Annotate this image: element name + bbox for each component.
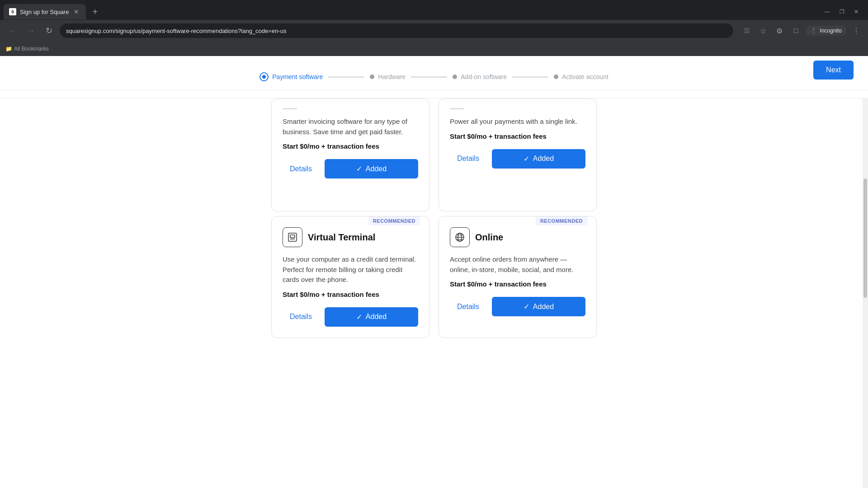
incognito-label: Incognito bbox=[820, 28, 842, 34]
top-card-right-actions: Details ✓ Added bbox=[450, 149, 585, 169]
card-top-indicator-right bbox=[450, 108, 464, 109]
progress-bar: Payment software Hardware Add-on softwar… bbox=[0, 63, 868, 91]
progress-section: Payment software Hardware Add-on softwar… bbox=[0, 56, 868, 99]
virtual-terminal-added-button[interactable]: ✓ Added bbox=[325, 307, 418, 327]
incognito-badge: 🕴 Incognito bbox=[806, 26, 846, 36]
top-card-left-details-button[interactable]: Details bbox=[283, 160, 319, 178]
step4-circle bbox=[554, 75, 558, 79]
favicon-icon: S bbox=[11, 9, 14, 14]
step4-label: Activate account bbox=[562, 73, 609, 80]
scrollbar-thumb[interactable] bbox=[863, 178, 867, 298]
tab-bar: S Sign up for Square ✕ + — ❐ ✕ bbox=[0, 0, 868, 20]
step-line-3 bbox=[512, 77, 548, 77]
address-text: squaresignup.com/signup/us/payment-softw… bbox=[66, 28, 727, 34]
step1-dot bbox=[262, 75, 266, 79]
svg-rect-0 bbox=[288, 233, 297, 241]
step-line-2 bbox=[411, 77, 447, 77]
top-card-left-added-label: Added bbox=[366, 165, 387, 173]
address-bar[interactable]: squaresignup.com/signup/us/payment-softw… bbox=[60, 23, 733, 38]
online-price: Start $0/mo + transaction fees bbox=[450, 280, 585, 288]
vertical-scrollbar[interactable] bbox=[863, 99, 868, 488]
content-area: Smarter invoicing software for any type … bbox=[0, 99, 868, 488]
window-controls: — ❐ ✕ bbox=[821, 5, 868, 18]
top-cards: Smarter invoicing software for any type … bbox=[262, 99, 606, 211]
top-card-right-details-button[interactable]: Details bbox=[450, 150, 486, 167]
online-details-button[interactable]: Details bbox=[450, 298, 486, 315]
cards-container: RECOMMENDED Virtual Terminal Use your co… bbox=[262, 211, 606, 347]
menu-button[interactable]: ⋮ bbox=[850, 24, 863, 37]
tab-close-button[interactable]: ✕ bbox=[72, 8, 80, 16]
bookmark-icon[interactable]: ☆ bbox=[757, 24, 769, 37]
progress-step-4: Activate account bbox=[554, 73, 609, 80]
maximize-button[interactable]: ❐ bbox=[835, 5, 848, 18]
checkmark-icon-top-left: ✓ bbox=[356, 164, 362, 173]
svg-rect-1 bbox=[290, 235, 295, 238]
online-description: Accept online orders from anywhere — onl… bbox=[450, 254, 585, 275]
online-added-button[interactable]: ✓ Added bbox=[492, 297, 585, 316]
browser-chrome: S Sign up for Square ✕ + — ❐ ✕ ← → ↻ squ… bbox=[0, 0, 868, 56]
tab-group: S Sign up for Square ✕ + bbox=[4, 4, 101, 19]
step3-label: Add-on software bbox=[461, 73, 507, 80]
progress-step-2: Hardware bbox=[370, 73, 406, 80]
profile-icon[interactable]: □ bbox=[789, 24, 802, 37]
step1-label: Payment software bbox=[272, 73, 323, 80]
bookmarks-label: All Bookmarks bbox=[14, 46, 49, 52]
step3-circle bbox=[453, 75, 457, 79]
close-window-button[interactable]: ✕ bbox=[850, 5, 863, 18]
tab-favicon: S bbox=[9, 8, 16, 15]
checkmark-icon-online: ✓ bbox=[524, 302, 529, 311]
incognito-icon: 🕴 bbox=[810, 28, 817, 34]
next-button[interactable]: Next bbox=[813, 61, 854, 80]
online-card-header: Online bbox=[450, 227, 585, 247]
extension-icon[interactable]: ⚙ bbox=[773, 24, 786, 37]
virtual-terminal-actions: Details ✓ Added bbox=[283, 307, 418, 327]
eye-off-icon[interactable]: 👁̸ bbox=[741, 24, 753, 37]
virtual-terminal-recommended-badge: RECOMMENDED bbox=[368, 216, 420, 225]
checkmark-icon-top-right: ✓ bbox=[524, 155, 529, 163]
forward-button[interactable]: → bbox=[24, 23, 38, 38]
checkmark-icon-vt: ✓ bbox=[356, 313, 362, 321]
top-card-left-added-button[interactable]: ✓ Added bbox=[325, 159, 418, 178]
online-card: RECOMMENDED Online Accept online orders … bbox=[439, 216, 597, 338]
online-recommended-badge: RECOMMENDED bbox=[536, 216, 587, 225]
toolbar-icons: 👁̸ ☆ ⚙ □ 🕴 Incognito ⋮ bbox=[741, 24, 863, 37]
virtual-terminal-price: Start $0/mo + transaction fees bbox=[283, 291, 418, 298]
tab-title: Sign up for Square bbox=[20, 9, 69, 15]
virtual-terminal-card: RECOMMENDED Virtual Terminal Use your co… bbox=[271, 216, 429, 338]
active-tab[interactable]: S Sign up for Square ✕ bbox=[4, 4, 86, 19]
all-bookmarks-button[interactable]: 📁 All Bookmarks bbox=[5, 46, 49, 52]
virtual-terminal-title: Virtual Terminal bbox=[308, 232, 375, 243]
online-icon bbox=[450, 227, 470, 247]
top-card-left: Smarter invoicing software for any type … bbox=[271, 99, 429, 211]
progress-step-1: Payment software bbox=[259, 72, 323, 81]
online-added-label: Added bbox=[533, 303, 554, 311]
progress-step-3: Add-on software bbox=[453, 73, 507, 80]
folder-icon: 📁 bbox=[5, 46, 12, 52]
virtual-terminal-details-button[interactable]: Details bbox=[283, 308, 319, 325]
online-actions: Details ✓ Added bbox=[450, 297, 585, 316]
new-tab-button[interactable]: + bbox=[89, 5, 101, 18]
top-card-right-description: Power all your payments with a single li… bbox=[450, 117, 585, 127]
top-card-left-actions: Details ✓ Added bbox=[283, 159, 418, 178]
virtual-terminal-added-label: Added bbox=[366, 313, 387, 321]
step2-label: Hardware bbox=[378, 73, 406, 80]
reload-button[interactable]: ↻ bbox=[42, 23, 56, 38]
bookmarks-bar: 📁 All Bookmarks bbox=[0, 42, 868, 56]
top-card-right-added-button[interactable]: ✓ Added bbox=[492, 149, 585, 169]
step2-circle bbox=[370, 75, 374, 79]
top-card-right-added-label: Added bbox=[533, 155, 554, 163]
virtual-terminal-icon bbox=[283, 227, 302, 247]
toolbar: ← → ↻ squaresignup.com/signup/us/payment… bbox=[0, 20, 868, 42]
minimize-button[interactable]: — bbox=[821, 5, 834, 18]
back-button[interactable]: ← bbox=[5, 23, 20, 38]
virtual-terminal-description: Use your computer as a credit card termi… bbox=[283, 254, 418, 285]
top-card-right: Power all your payments with a single li… bbox=[439, 99, 597, 211]
step1-circle bbox=[259, 72, 269, 81]
top-card-left-description: Smarter invoicing software for any type … bbox=[283, 117, 418, 137]
top-card-left-price: Start $0/mo + transaction fees bbox=[283, 142, 418, 150]
step-line-1 bbox=[328, 77, 364, 77]
online-title: Online bbox=[475, 232, 503, 243]
page-content: Payment software Hardware Add-on softwar… bbox=[0, 56, 868, 488]
virtual-terminal-card-header: Virtual Terminal bbox=[283, 227, 418, 247]
card-top-indicator bbox=[283, 108, 297, 109]
